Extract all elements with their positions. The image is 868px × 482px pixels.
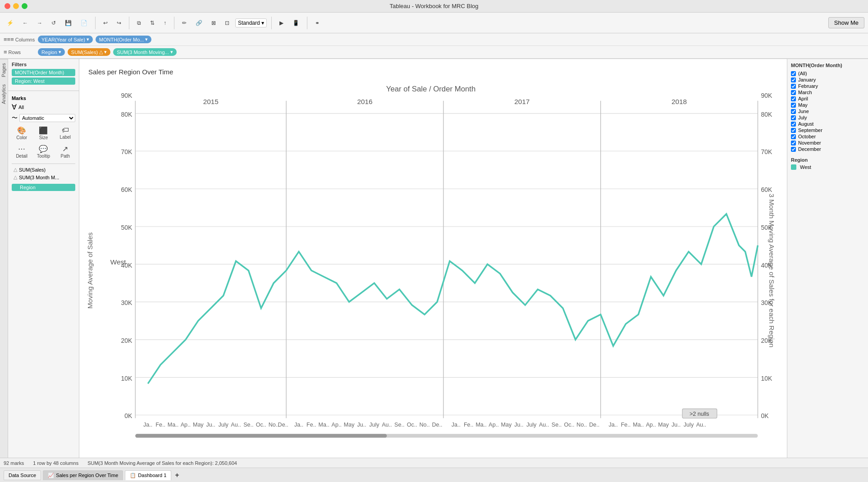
data-source-tab[interactable]: Data Source [4,470,41,480]
check-july[interactable]: July [791,115,864,120]
check-june[interactable]: June [791,109,864,114]
maximize-button[interactable] [22,3,27,9]
marks-label[interactable]: 🏷 Label [55,125,75,141]
check-may-input[interactable] [791,103,796,108]
check-august[interactable]: August [791,121,864,127]
show-me-button[interactable]: Show Me [828,17,864,28]
pages-tab[interactable]: Pages [0,59,8,81]
svg-text:July: July [684,422,694,428]
check-all-input[interactable] [791,71,796,76]
sum-sales-pill[interactable]: SUM(Sales) △ ▾ [68,48,110,56]
check-november[interactable]: November [791,140,864,146]
svg-text:80K: 80K [761,111,772,118]
svg-text:Ja..: Ja.. [294,422,303,428]
check-january-input[interactable] [791,77,796,82]
toolbar-icon-1[interactable]: ⚡ [4,18,17,28]
undo-button[interactable]: ↩ [100,18,111,28]
filter-region[interactable]: Region: West [12,77,75,85]
marks-path[interactable]: ↗ Path [55,143,75,160]
check-february-input[interactable] [791,84,796,89]
moving-avg-pill[interactable]: SUM(3 Month Moving... ▾ [113,48,177,56]
device-button[interactable]: 📱 [289,18,302,28]
check-december-input[interactable] [791,147,796,152]
svg-text:10K: 10K [761,375,772,382]
marks-detail[interactable]: ⋯ Detail [12,143,32,160]
check-april-input[interactable] [791,96,796,101]
window-title: Tableau - Workbook for MRC Blog [389,3,478,9]
region-pill[interactable]: Region [12,184,75,191]
svg-text:Ma..: Ma.. [168,422,178,428]
filters-section: Filters MONTH(Order Month) Region: West [8,59,79,89]
check-december[interactable]: December [791,146,864,152]
divider-1 [8,91,79,91]
check-july-input[interactable] [791,115,796,120]
svg-text:Ap..: Ap.. [332,422,342,428]
save-button[interactable]: 💾 [62,18,75,28]
close-button[interactable] [5,3,10,9]
check-september[interactable]: September [791,127,864,133]
new-button[interactable]: 📄 [78,18,91,28]
check-june-input[interactable] [791,109,796,114]
check-october[interactable]: October [791,134,864,139]
measure-sum-sales[interactable]: △ SUM(Sales) [12,166,75,173]
sort-asc-button[interactable]: ↑ [160,18,169,28]
svg-text:2015: 2015 [203,98,219,105]
replay-button[interactable]: ↺ [48,18,59,28]
svg-text:Ap..: Ap.. [489,422,498,428]
marks-type-select[interactable]: Automatic [19,114,75,122]
check-september-input[interactable] [791,128,796,133]
region-legend: Region West [791,157,864,170]
svg-text:Oc..: Oc.. [407,422,417,428]
swap-button[interactable]: ⇅ [147,18,158,28]
marks-size[interactable]: ⬛ Size [33,125,53,141]
sales-region-tab[interactable]: 📈 Sales per Region Over Time [43,470,123,480]
measure-moving-avg[interactable]: △ SUM(3 Month M... [12,173,75,181]
check-april[interactable]: April [791,96,864,101]
sum-label: SUM(3 Month Moving Average of Sales for … [87,460,237,466]
annotate-button[interactable]: 🔗 [192,18,206,28]
month-pill[interactable]: MONTH(Order Mo... ▾ [96,36,152,43]
filter-month[interactable]: MONTH(Order Month) [12,69,75,76]
share-button[interactable]: ⚭ [312,18,323,28]
back-button[interactable]: ← [19,18,31,28]
check-january[interactable]: January [791,77,864,82]
rows-label: ≡ Rows [4,49,35,55]
dropdown-arrow: ▾ [261,20,264,26]
region-row-pill[interactable]: Region ▾ [38,48,65,56]
year-pill[interactable]: YEAR(Year of Sale) ▾ [38,36,93,43]
check-february[interactable]: February [791,83,864,89]
check-all[interactable]: (All) [791,71,864,76]
present-button[interactable]: ▶ [276,18,287,28]
marks-tooltip[interactable]: 💬 Tooltip [33,143,53,160]
divider-2 [12,164,75,164]
svg-text:De..: De.. [432,422,442,428]
rows-count: 1 row by 48 columns [33,460,78,466]
marks-all-label: All [18,105,24,110]
tooltip-button[interactable]: ⊠ [208,18,219,28]
window-controls[interactable] [5,3,27,9]
highlight-button[interactable]: ✏ [179,18,190,28]
duplicate-button[interactable]: ⧉ [134,18,144,28]
analytics-tab[interactable]: Analytics [0,81,8,108]
fit-button[interactable]: ⊡ [222,18,233,28]
chart-line [148,214,758,384]
forward-button[interactable]: → [34,18,46,28]
check-march[interactable]: March [791,90,864,95]
separator-4 [271,17,272,29]
minimize-button[interactable] [13,3,19,9]
check-march-input[interactable] [791,90,796,95]
redo-button[interactable]: ↪ [114,18,124,28]
check-november-input[interactable] [791,141,796,146]
check-october-input[interactable] [791,134,796,139]
marks-color[interactable]: 🎨 Color [12,125,32,141]
standard-dropdown[interactable]: Standard ▾ [235,18,267,27]
marks-type-selector[interactable]: 〜 Automatic [12,114,75,122]
svg-text:Se..: Se.. [243,422,253,428]
check-august-input[interactable] [791,122,796,127]
month-checkboxes: (All) January February March April [791,71,864,152]
add-sheet-button[interactable]: + [175,471,179,479]
dashboard-1-tab[interactable]: 📋 Dashboard 1 [125,470,171,480]
moving-avg-icon: △ [14,174,17,180]
svg-text:De..: De.. [589,422,599,428]
check-may[interactable]: May [791,102,864,108]
